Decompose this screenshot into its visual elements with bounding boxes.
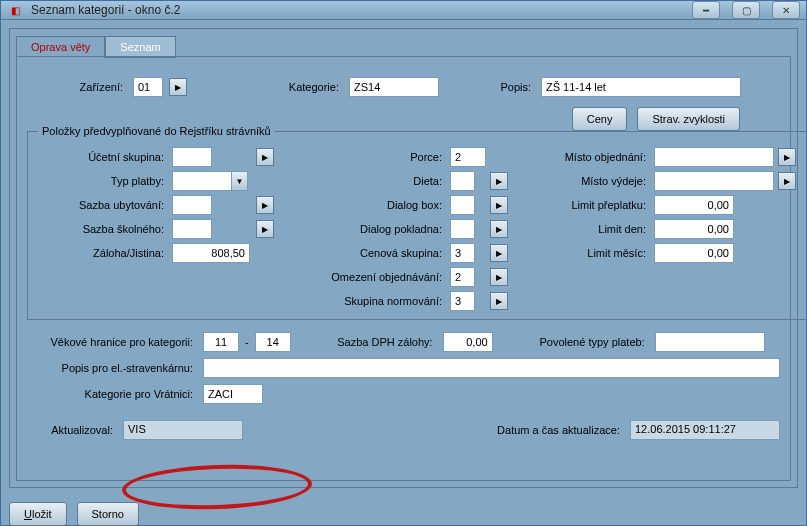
dieta-lookup[interactable]: ▶ — [490, 172, 508, 190]
typ-input[interactable] — [172, 171, 232, 191]
tabstrip: Oprava věty Seznam — [16, 35, 791, 57]
category-input[interactable] — [349, 77, 439, 97]
norm-input[interactable] — [450, 291, 475, 311]
category-label: Kategorie: — [193, 81, 343, 93]
cen-label: Cenová skupina: — [296, 247, 446, 259]
sazba-skol-label: Sazba školného: — [38, 223, 168, 235]
aktualizoval-value: VIS — [123, 420, 243, 440]
titlebar: ◧ Seznam kategorií - okno č.2 ━ ▢ ✕ — [1, 1, 806, 20]
limit-prep-input[interactable] — [654, 195, 734, 215]
ucetni-input[interactable] — [172, 147, 212, 167]
zaloha-label: Záloha/Jistina: — [38, 247, 168, 259]
popis-estrav-input[interactable] — [203, 358, 780, 378]
limit-mes-label: Limit měsíc: — [530, 247, 650, 259]
sazba-ubyt-label: Sazba ubytování: — [38, 199, 168, 211]
vek-label: Věkové hranice pro kategorii: — [27, 336, 197, 348]
kat-vrat-input[interactable] — [203, 384, 263, 404]
norm-lookup[interactable]: ▶ — [490, 292, 508, 310]
cen-input[interactable] — [450, 243, 475, 263]
close-icon: ✕ — [782, 5, 790, 16]
app-icon: ◧ — [7, 2, 23, 18]
misto-vyd-input[interactable] — [654, 171, 774, 191]
popis-estrav-label: Popis pro el.-stravenkárnu: — [27, 362, 197, 374]
omez-input[interactable] — [450, 267, 475, 287]
norm-label: Skupina normování: — [296, 295, 446, 307]
minimize-button[interactable]: ━ — [692, 1, 720, 19]
misto-vyd-lookup[interactable]: ▶ — [778, 172, 796, 190]
dialogpok-input[interactable] — [450, 219, 475, 239]
play-icon: ▶ — [784, 177, 790, 186]
cancel-button[interactable]: Storno — [77, 502, 139, 526]
mid-column: Porce: Dieta: ▶ Dialog box: ▶ Dialog pok… — [296, 147, 510, 311]
dph-label: Sazba DPH zálohy: — [297, 336, 437, 348]
dph-input[interactable] — [443, 332, 493, 352]
play-icon: ▶ — [496, 249, 502, 258]
ucetni-lookup[interactable]: ▶ — [256, 148, 274, 166]
aktualizoval-label: Aktualizoval: — [27, 424, 117, 436]
tab-panel: Zařízení: ▶ Kategorie: Popis: Ceny Strav… — [16, 56, 791, 481]
prices-button[interactable]: Ceny — [572, 107, 628, 131]
play-icon: ▶ — [262, 225, 268, 234]
dialogbox-label: Dialog box: — [296, 199, 446, 211]
sazba-ubyt-lookup[interactable]: ▶ — [256, 196, 274, 214]
omez-lookup[interactable]: ▶ — [490, 268, 508, 286]
vek-dash: - — [245, 336, 249, 348]
maximize-button[interactable]: ▢ — [732, 1, 760, 19]
zaloha-input[interactable] — [172, 243, 250, 263]
prefill-legend: Položky předvyplňované do Rejstříku strá… — [38, 125, 275, 137]
misto-obj-label: Místo objednání: — [530, 151, 650, 163]
cen-lookup[interactable]: ▶ — [490, 244, 508, 262]
dialogbox-input[interactable] — [450, 195, 475, 215]
ucetni-label: Účetní skupina: — [38, 151, 168, 163]
porce-input[interactable] — [450, 147, 486, 167]
sazba-skol-input[interactable] — [172, 219, 212, 239]
dialogpok-label: Dialog pokladna: — [296, 223, 446, 235]
sazba-ubyt-input[interactable] — [172, 195, 212, 215]
desc-label: Popis: — [445, 81, 535, 93]
device-label: Zařízení: — [67, 81, 127, 93]
minimize-icon: ━ — [703, 5, 709, 16]
right-column: Místo objednání: ▶ Místo výdeje: ▶ Limit… — [530, 147, 798, 263]
play-icon: ▶ — [496, 177, 502, 186]
play-icon: ▶ — [175, 83, 181, 92]
habits-button[interactable]: Strav. zvyklosti — [637, 107, 740, 131]
datum-value: 12.06.2015 09:11:27 — [630, 420, 780, 440]
bottom-bar: Uložit Storno — [1, 496, 806, 526]
tab-edit[interactable]: Oprava věty — [16, 36, 105, 58]
left-column: Účetní skupina: ▶ Typ platby: ▼ Sazba ub… — [38, 147, 276, 263]
misto-obj-input[interactable] — [654, 147, 774, 167]
chevron-down-icon[interactable]: ▼ — [232, 171, 248, 191]
dialogbox-lookup[interactable]: ▶ — [490, 196, 508, 214]
typ-combo[interactable]: ▼ — [172, 171, 252, 191]
save-button[interactable]: Uložit — [9, 502, 67, 526]
dialogpok-lookup[interactable]: ▶ — [490, 220, 508, 238]
omez-label: Omezení objednávání: — [296, 271, 446, 283]
misto-vyd-label: Místo výdeje: — [530, 175, 650, 187]
povol-input[interactable] — [655, 332, 765, 352]
vek-from-input[interactable] — [203, 332, 239, 352]
limit-den-input[interactable] — [654, 219, 734, 239]
sazba-skol-lookup[interactable]: ▶ — [256, 220, 274, 238]
device-lookup-button[interactable]: ▶ — [169, 78, 187, 96]
play-icon: ▶ — [496, 273, 502, 282]
misto-obj-lookup[interactable]: ▶ — [778, 148, 796, 166]
limit-den-label: Limit den: — [530, 223, 650, 235]
limit-prep-label: Limit přeplatku: — [530, 199, 650, 211]
close-button[interactable]: ✕ — [772, 1, 800, 19]
maximize-icon: ▢ — [742, 5, 751, 16]
content-area: Oprava věty Seznam Zařízení: ▶ Kategorie… — [9, 28, 798, 488]
tab-list[interactable]: Seznam — [105, 36, 175, 58]
play-icon: ▶ — [262, 153, 268, 162]
play-icon: ▶ — [496, 225, 502, 234]
window-frame: ◧ Seznam kategorií - okno č.2 ━ ▢ ✕ Opra… — [0, 0, 807, 526]
play-icon: ▶ — [496, 201, 502, 210]
play-icon: ▶ — [496, 297, 502, 306]
desc-input[interactable] — [541, 77, 741, 97]
dieta-label: Dieta: — [296, 175, 446, 187]
limit-mes-input[interactable] — [654, 243, 734, 263]
device-input[interactable] — [133, 77, 163, 97]
dieta-input[interactable] — [450, 171, 475, 191]
vek-to-input[interactable] — [255, 332, 291, 352]
porce-label: Porce: — [296, 151, 446, 163]
play-icon: ▶ — [784, 153, 790, 162]
